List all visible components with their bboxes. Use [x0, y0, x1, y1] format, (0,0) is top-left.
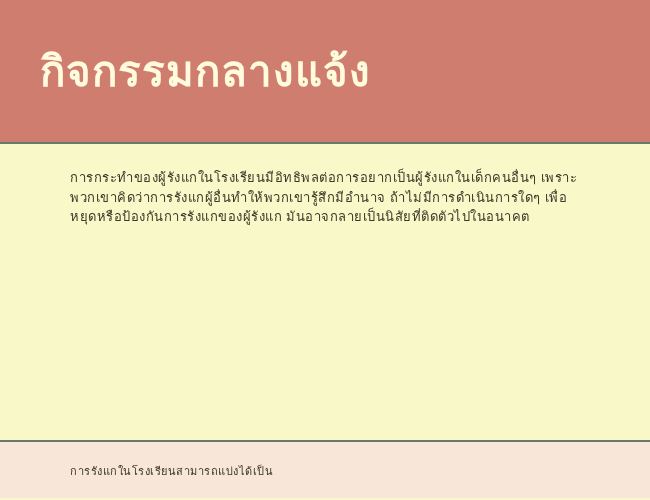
slide-title: กิจกรรมกลางแจ้ง [40, 38, 371, 104]
slide-header: กิจกรรมกลางแจ้ง [0, 0, 650, 144]
slide-body: การกระทำของผู้รังแกในโรงเรียนมีอิทธิพลต่… [0, 144, 650, 442]
slide-footer: การรังแกในโรงเรียนสามารถแบ่งได้เป็น [0, 442, 650, 498]
body-paragraph: การกระทำของผู้รังแกในโรงเรียนมีอิทธิพลต่… [70, 168, 580, 227]
footer-text: การรังแกในโรงเรียนสามารถแบ่งได้เป็น [70, 462, 580, 480]
